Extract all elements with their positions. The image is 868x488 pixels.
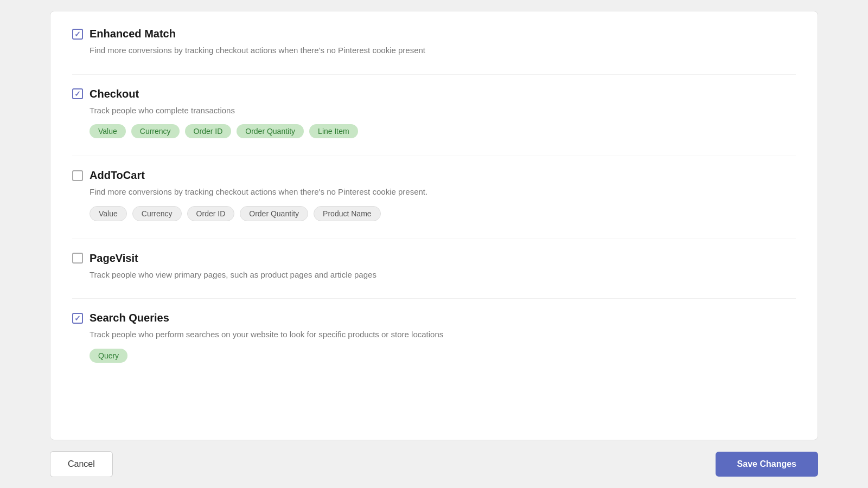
tag-checkout-value: Value	[90, 124, 126, 138]
tags-container-checkout: ValueCurrencyOrder IDOrder QuantityLine …	[90, 124, 796, 138]
option-item-page-visit: PageVisitTrack people who view primary p…	[72, 252, 796, 281]
tag-add-to-cart-currency: Currency	[132, 206, 182, 221]
checkmark-icon-search-queries: ✓	[74, 314, 81, 322]
option-title-search-queries: Search Queries	[90, 312, 169, 324]
tag-checkout-order-quantity: Order Quantity	[237, 124, 304, 138]
checkmark-icon-checkout: ✓	[74, 90, 81, 98]
divider	[72, 74, 796, 75]
checkmark-icon-enhanced-match: ✓	[74, 30, 81, 38]
option-title-enhanced-match: Enhanced Match	[90, 28, 176, 40]
tag-add-to-cart-order-quantity: Order Quantity	[240, 206, 308, 221]
footer: Cancel Save Changes	[39, 440, 829, 488]
option-title-checkout: Checkout	[90, 88, 139, 100]
option-header-search-queries: ✓Search Queries	[72, 312, 796, 324]
cancel-button[interactable]: Cancel	[50, 451, 113, 477]
tag-checkout-currency: Currency	[131, 124, 180, 138]
option-description-add-to-cart: Find more conversions by tracking checko…	[90, 186, 796, 198]
tag-add-to-cart-order-id: Order ID	[187, 206, 235, 221]
option-title-page-visit: PageVisit	[90, 252, 138, 265]
tags-container-search-queries: Query	[90, 349, 796, 363]
options-container: ✓Enhanced MatchFind more conversions by …	[72, 28, 796, 363]
tag-add-to-cart-value: Value	[90, 206, 127, 221]
page-wrapper: ✓Enhanced MatchFind more conversions by …	[39, 0, 829, 488]
options-card: ✓Enhanced MatchFind more conversions by …	[50, 11, 818, 440]
option-item-enhanced-match: ✓Enhanced MatchFind more conversions by …	[72, 28, 796, 57]
option-description-enhanced-match: Find more conversions by tracking checko…	[90, 44, 796, 57]
option-item-add-to-cart: AddToCartFind more conversions by tracki…	[72, 169, 796, 221]
option-item-checkout: ✓CheckoutTrack people who complete trans…	[72, 88, 796, 139]
option-description-page-visit: Track people who view primary pages, suc…	[90, 269, 796, 281]
tag-add-to-cart-product-name: Product Name	[314, 206, 380, 221]
divider	[72, 239, 796, 239]
option-title-add-to-cart: AddToCart	[90, 169, 145, 182]
tag-checkout-order-id: Order ID	[185, 124, 232, 138]
option-description-checkout: Track people who complete transactions	[90, 105, 796, 117]
save-button[interactable]: Save Changes	[716, 452, 818, 477]
divider	[72, 156, 796, 156]
option-description-search-queries: Track people who perform searches on you…	[90, 329, 796, 341]
checkbox-add-to-cart[interactable]	[72, 170, 83, 181]
checkbox-checkout[interactable]: ✓	[72, 88, 83, 99]
checkbox-enhanced-match[interactable]: ✓	[72, 29, 83, 40]
tag-checkout-line-item: Line Item	[309, 124, 358, 138]
option-header-add-to-cart: AddToCart	[72, 169, 796, 182]
option-header-checkout: ✓Checkout	[72, 88, 796, 100]
checkbox-search-queries[interactable]: ✓	[72, 313, 83, 324]
tags-container-add-to-cart: ValueCurrencyOrder IDOrder QuantityProdu…	[90, 206, 796, 221]
divider	[72, 298, 796, 299]
tag-search-queries-query: Query	[90, 349, 127, 363]
checkbox-page-visit[interactable]	[72, 253, 83, 264]
option-header-enhanced-match: ✓Enhanced Match	[72, 28, 796, 40]
option-item-search-queries: ✓Search QueriesTrack people who perform …	[72, 312, 796, 363]
option-header-page-visit: PageVisit	[72, 252, 796, 265]
